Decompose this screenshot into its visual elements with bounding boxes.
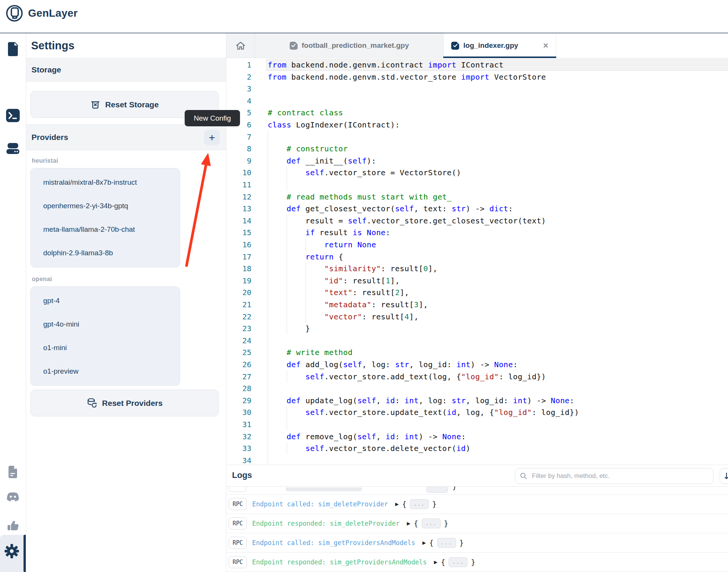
expand-caret-icon[interactable]: ▶ <box>434 559 438 565</box>
tab-label: football_prediction_market.gpy <box>302 41 409 50</box>
db-refresh-icon <box>86 398 97 409</box>
files-nav-button[interactable] <box>0 41 26 57</box>
settings-gear <box>0 543 25 559</box>
ellipsis-expand-button[interactable]: ... <box>410 499 429 509</box>
indent-guide <box>268 454 268 465</box>
top-bar: GenLayer <box>0 0 728 33</box>
add-provider-button[interactable]: + <box>204 130 220 145</box>
provider-model-item[interactable]: meta-llama/llama-2-70b-chat <box>31 218 180 241</box>
code-line: 26 def add_log(self, log: str, log_id: i… <box>226 358 728 371</box>
reset-providers-label: Reset Providers <box>102 399 163 408</box>
ellipsis-pill-fragment[interactable] <box>427 487 448 493</box>
providers-section-header: Providers <box>26 124 226 150</box>
line-number: 12 <box>226 191 251 203</box>
code-line: 5# contract class <box>226 107 728 119</box>
home-tab-button[interactable] <box>226 33 255 58</box>
line-number: 32 <box>226 431 251 443</box>
brace-close: } <box>460 539 464 547</box>
provider-model-item[interactable]: openhermes-2-yi-34b-gptq <box>31 194 180 218</box>
log-filter-input[interactable] <box>515 468 714 484</box>
ellipsis-expand-button[interactable]: ... <box>422 519 441 528</box>
provider-model-item[interactable]: o1-preview <box>31 360 180 383</box>
line-number: 15 <box>226 226 251 239</box>
plus-icon: + <box>209 132 215 144</box>
line-number: 33 <box>226 442 251 454</box>
code-text: def remove_log(self, id: int) -> None: <box>268 431 466 443</box>
expand-caret-icon[interactable]: ▶ <box>407 521 410 526</box>
line-number: 2 <box>226 71 251 83</box>
terminal-icon <box>6 108 20 123</box>
line-number: 18 <box>226 262 251 275</box>
tab-label: log_indexer.gpy <box>463 41 539 50</box>
docs-link-button[interactable] <box>0 465 26 479</box>
code-text: def get_closest_vector(self, text: str) … <box>268 203 513 215</box>
code-line: 22 "vector": result[4], <box>226 311 728 323</box>
provider-group-label: heuristai <box>32 157 226 164</box>
brace-open: { <box>429 539 433 547</box>
code-line: 1from backend.node.genvm.icontract impor… <box>226 59 728 71</box>
provider-model-item[interactable]: o1-mini <box>31 336 180 360</box>
reset-storage-label: Reset Storage <box>105 100 158 109</box>
log-row: RPCEndpoint responded: sim_getProvidersA… <box>226 553 728 572</box>
ellipsis-expand-button[interactable]: ... <box>437 538 456 548</box>
trash-x-icon <box>90 99 100 110</box>
saved-file-icon <box>451 42 459 50</box>
code-line: 27 self.vector_store.add_text(log, {"log… <box>226 371 728 383</box>
code-line: 13 def get_closest_vector(self, text: st… <box>226 203 728 215</box>
code-line: 29 def update_log(self, id: int, log: st… <box>226 394 728 407</box>
file-icon <box>6 41 20 57</box>
provider-model-item[interactable]: mistralai/mixtral-8x7b-instruct <box>31 171 180 194</box>
code-text: "id": result[1], <box>268 275 400 287</box>
provider-model-item[interactable]: dolphin-2.9-llama3-8b <box>31 241 180 265</box>
line-number: 34 <box>226 454 251 465</box>
code-line: 15 if result is None: <box>226 226 728 239</box>
sort-logs-button[interactable] <box>720 468 728 484</box>
log-message: Endpoint called: sim_deleteProvider <box>252 500 388 508</box>
log-rows: RPCEndpoint called: sim_deleteProvider▶{… <box>226 495 728 572</box>
terminal-nav-button[interactable] <box>0 108 26 123</box>
code-text: } <box>268 322 310 335</box>
discord-link-button[interactable] <box>0 492 26 503</box>
code-text: # write method <box>268 346 353 358</box>
line-number: 26 <box>226 358 251 371</box>
line-number: 22 <box>226 311 251 323</box>
tab-football-prediction-market[interactable]: football_prediction_market.gpy <box>255 33 443 58</box>
code-text: result = self.vector_store.get_closest_v… <box>268 215 546 227</box>
code-editor[interactable]: 1from backend.node.genvm.icontract impor… <box>226 58 728 465</box>
settings-nav-active[interactable] <box>0 535 26 572</box>
code-text: self.vector_store = VectorStore() <box>268 167 461 179</box>
log-fragment <box>286 487 362 491</box>
feedback-button[interactable] <box>0 520 26 531</box>
code-text: def add_log(self, log: str, log_id: int)… <box>268 358 518 371</box>
code-line: 6class LogIndexer(IContract): <box>226 119 728 131</box>
indent-guide <box>268 335 268 347</box>
log-expand-group: ▶{...} <box>422 538 464 548</box>
log-row: RPCEndpoint called: sim_getProvidersAndM… <box>226 533 728 553</box>
topbar-divider <box>0 33 728 33</box>
line-number: 1 <box>226 59 251 71</box>
reset-providers-button[interactable]: Reset Providers <box>30 390 219 416</box>
ellipsis-expand-button[interactable]: ... <box>449 557 468 567</box>
code-line: 24 <box>226 335 728 347</box>
brace-close: } <box>444 519 448 528</box>
brand-logo: GenLayer <box>5 4 78 22</box>
code-text: "similarity": result[0], <box>268 262 438 275</box>
code-line: 3 <box>226 83 728 95</box>
provider-model-item[interactable]: gpt-4 <box>31 289 180 313</box>
provider-model-item[interactable]: gpt-4o-mini <box>31 313 180 336</box>
storage-nav-button[interactable] <box>0 141 26 156</box>
brace-close: } <box>471 558 475 566</box>
line-number: 20 <box>226 286 251 299</box>
provider-card: mistralai/mixtral-8x7b-instructopenherme… <box>30 168 180 267</box>
log-row-partial: } <box>226 487 728 495</box>
tab-log-indexer[interactable]: log_indexer.gpy × <box>443 33 556 58</box>
expand-caret-icon[interactable]: ▶ <box>395 501 399 507</box>
line-number: 31 <box>226 418 251 431</box>
home-icon <box>235 41 246 50</box>
expand-caret-icon[interactable]: ▶ <box>422 540 426 545</box>
close-tab-icon[interactable]: × <box>543 41 548 50</box>
provider-group-label: openai <box>32 276 226 283</box>
line-number: 24 <box>226 335 251 347</box>
providers-section-label: Providers <box>26 125 226 150</box>
gear-icon <box>4 543 20 559</box>
